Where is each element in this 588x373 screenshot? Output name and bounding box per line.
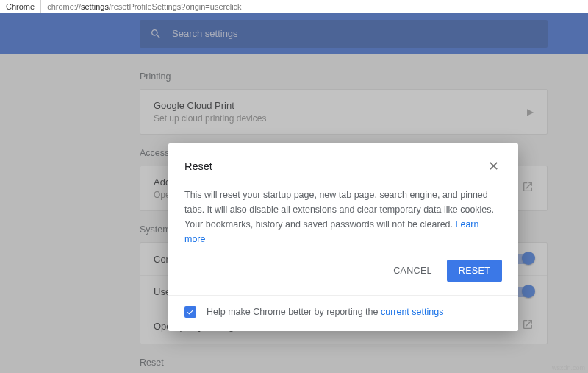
- cancel-button[interactable]: CANCEL: [386, 260, 440, 282]
- close-button[interactable]: ✕: [485, 157, 502, 176]
- check-icon: [186, 308, 195, 316]
- help-text: Help make Chrome better by reporting the: [207, 307, 378, 317]
- close-icon: ✕: [488, 159, 499, 174]
- dialog-title: Reset: [184, 160, 485, 172]
- reset-button[interactable]: RESET: [447, 260, 502, 282]
- url-host: settings: [81, 2, 109, 11]
- page: Printing Google Cloud Print Set up cloud…: [0, 13, 588, 373]
- url-path: /resetProfileSettings?origin=userclick: [109, 2, 242, 11]
- dialog-header: Reset ✕: [168, 143, 518, 183]
- dialog-actions: CANCEL RESET: [168, 257, 518, 295]
- url-display[interactable]: chrome://settings/resetProfileSettings?o…: [41, 2, 247, 11]
- url-prefix: chrome://: [47, 2, 81, 11]
- dialog-body-text: This will reset your startup page, new t…: [184, 190, 494, 230]
- current-settings-link[interactable]: current settings: [381, 307, 443, 317]
- watermark: wsxdn.com: [552, 364, 585, 372]
- dialog-body: This will reset your startup page, new t…: [168, 183, 518, 257]
- help-checkbox[interactable]: [184, 306, 196, 318]
- app-label: Chrome: [0, 0, 41, 13]
- address-bar: Chrome chrome://settings/resetProfileSet…: [0, 0, 588, 13]
- reset-dialog: Reset ✕ This will reset your startup pag…: [168, 143, 518, 331]
- dialog-footer: Help make Chrome better by reporting the…: [168, 295, 518, 331]
